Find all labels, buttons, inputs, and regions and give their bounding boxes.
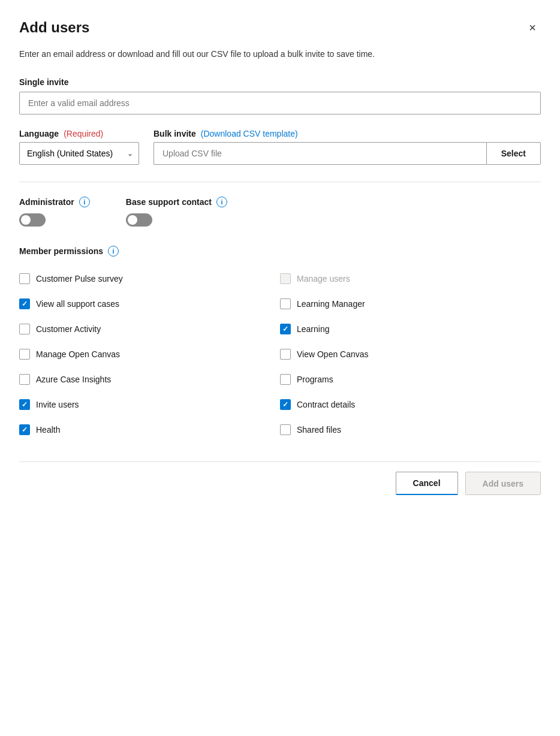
permission-label-view-open-canvas: View Open Canvas bbox=[297, 349, 369, 359]
email-input[interactable] bbox=[19, 92, 541, 114]
administrator-label: Administrator bbox=[19, 197, 74, 207]
required-text: (Required) bbox=[64, 129, 103, 138]
permission-item-learning-manager[interactable]: Learning Manager bbox=[280, 291, 541, 316]
csv-upload-input[interactable] bbox=[153, 142, 486, 165]
base-support-label: Base support contact bbox=[126, 197, 212, 207]
permission-label-invite-users: Invite users bbox=[36, 400, 79, 409]
permission-label-customer-activity: Customer Activity bbox=[36, 324, 101, 334]
base-support-label-row: Base support contact i bbox=[126, 197, 227, 207]
checkbox-manage-users bbox=[280, 273, 291, 284]
bulk-upload-row: Select bbox=[153, 142, 541, 165]
checkbox-manage-open-canvas[interactable] bbox=[19, 349, 30, 360]
permission-label-shared-files: Shared files bbox=[297, 425, 341, 435]
language-dropdown-wrapper: English (United States) ⌄ bbox=[19, 142, 139, 165]
permission-item-view-open-canvas[interactable]: View Open Canvas bbox=[280, 342, 541, 367]
member-permissions-section: Member permissions i Customer Pulse surv… bbox=[19, 246, 541, 442]
checkbox-azure-case-insights[interactable] bbox=[19, 374, 30, 385]
base-support-toggle[interactable] bbox=[126, 213, 152, 227]
permission-label-manage-open-canvas: Manage Open Canvas bbox=[36, 349, 120, 359]
bulk-invite-col: Bulk invite (Download CSV template) Sele… bbox=[153, 129, 541, 165]
permission-item-view-support[interactable]: View all support cases bbox=[19, 291, 280, 316]
toggles-row: Administrator i Base support contact i bbox=[19, 197, 541, 227]
administrator-toggle[interactable] bbox=[19, 213, 46, 227]
single-invite-label: Single invite bbox=[19, 77, 541, 87]
permission-item-customer-activity[interactable]: Customer Activity bbox=[19, 316, 280, 342]
permissions-info-icon: i bbox=[108, 246, 119, 257]
bulk-invite-label: Bulk invite (Download CSV template) bbox=[153, 129, 541, 138]
permission-label-manage-users: Manage users bbox=[297, 274, 350, 283]
base-support-info-icon: i bbox=[216, 197, 227, 207]
checkbox-shared-files[interactable] bbox=[280, 424, 291, 435]
cancel-button[interactable]: Cancel bbox=[396, 472, 458, 495]
permission-item-shared-files[interactable]: Shared files bbox=[280, 417, 541, 442]
checkbox-customer-activity[interactable] bbox=[19, 324, 30, 334]
checkbox-learning-manager[interactable] bbox=[280, 298, 291, 309]
checkbox-health[interactable] bbox=[19, 424, 30, 435]
add-users-dialog: Add users × Enter an email address or do… bbox=[0, 0, 560, 736]
download-csv-link[interactable]: (Download CSV template) bbox=[201, 129, 298, 138]
select-file-button[interactable]: Select bbox=[486, 142, 541, 165]
checkbox-programs[interactable] bbox=[280, 374, 291, 385]
base-support-toggle-knob bbox=[128, 215, 137, 225]
language-select[interactable]: English (United States) bbox=[19, 142, 139, 165]
checkbox-learning[interactable] bbox=[280, 324, 291, 334]
permission-item-invite-users[interactable]: Invite users bbox=[19, 392, 280, 417]
permission-label-health: Health bbox=[36, 425, 60, 435]
permission-item-learning[interactable]: Learning bbox=[280, 316, 541, 342]
permission-item-programs[interactable]: Programs bbox=[280, 367, 541, 392]
dialog-footer: Cancel Add users bbox=[19, 461, 541, 495]
permission-label-learning: Learning bbox=[297, 324, 330, 334]
dialog-header: Add users × bbox=[19, 19, 541, 36]
checkbox-view-support[interactable] bbox=[19, 298, 30, 309]
checkbox-contract-details[interactable] bbox=[280, 399, 291, 410]
administrator-info-icon: i bbox=[79, 197, 90, 207]
language-bulk-row: Language (Required) English (United Stat… bbox=[19, 129, 541, 165]
dialog-title: Add users bbox=[19, 19, 89, 36]
divider bbox=[19, 182, 541, 182]
permission-label-customer-pulse: Customer Pulse survey bbox=[36, 274, 123, 283]
add-users-button: Add users bbox=[465, 472, 541, 495]
base-support-toggle-group: Base support contact i bbox=[126, 197, 227, 227]
permission-label-view-support: View all support cases bbox=[36, 299, 119, 309]
language-label: Language (Required) bbox=[19, 129, 139, 138]
checkbox-customer-pulse[interactable] bbox=[19, 273, 30, 284]
permission-item-manage-open-canvas[interactable]: Manage Open Canvas bbox=[19, 342, 280, 367]
permission-label-learning-manager: Learning Manager bbox=[297, 299, 365, 309]
dialog-description: Enter an email address or download and f… bbox=[19, 48, 541, 61]
permission-item-manage-users: Manage users bbox=[280, 266, 541, 291]
permission-item-customer-pulse[interactable]: Customer Pulse survey bbox=[19, 266, 280, 291]
checkbox-view-open-canvas[interactable] bbox=[280, 349, 291, 360]
permissions-title: Member permissions i bbox=[19, 246, 541, 257]
permissions-grid: Customer Pulse surveyManage usersView al… bbox=[19, 266, 541, 442]
permission-label-azure-case-insights: Azure Case Insights bbox=[36, 375, 111, 384]
permission-item-health[interactable]: Health bbox=[19, 417, 280, 442]
permission-item-contract-details[interactable]: Contract details bbox=[280, 392, 541, 417]
checkbox-invite-users[interactable] bbox=[19, 399, 30, 410]
close-button[interactable]: × bbox=[524, 19, 541, 36]
language-col: Language (Required) English (United Stat… bbox=[19, 129, 139, 165]
permission-label-programs: Programs bbox=[297, 375, 333, 384]
administrator-toggle-knob bbox=[21, 215, 31, 225]
administrator-label-row: Administrator i bbox=[19, 197, 90, 207]
administrator-toggle-group: Administrator i bbox=[19, 197, 90, 227]
permission-label-contract-details: Contract details bbox=[297, 400, 355, 409]
permission-item-azure-case-insights[interactable]: Azure Case Insights bbox=[19, 367, 280, 392]
